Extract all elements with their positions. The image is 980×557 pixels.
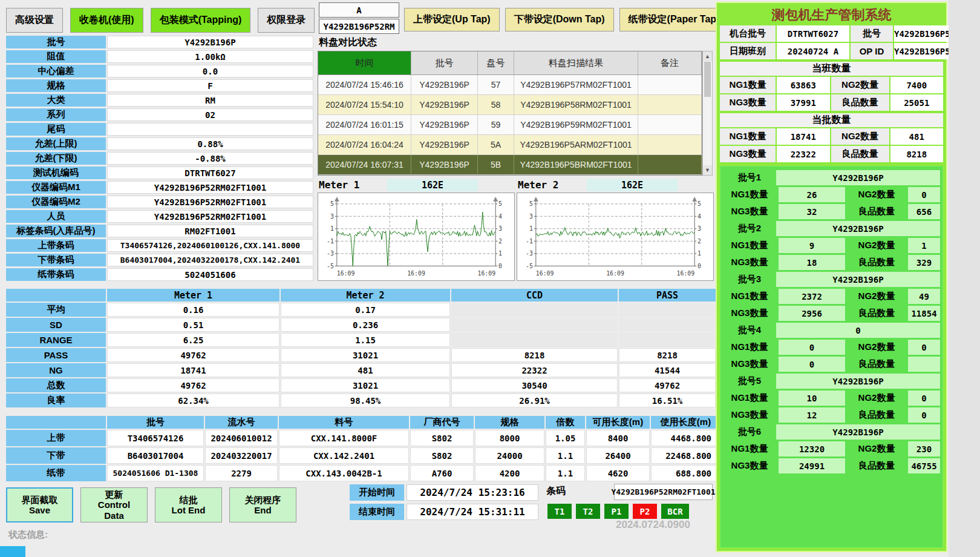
stats-empty-cell [619,303,716,317]
material-column-header: 流水号 [205,416,278,429]
info-row: 仪器编码M1Y4292B196P52RM02FT1001 [6,181,313,194]
lot-summary-block: 批号2Y4292B196PNG1数量9NG2数量1NG3数量18良品数量329 [723,221,940,270]
status-indicator-row: T1T2P1P2BCR [547,504,689,519]
lot-summary-block: 批号5Y4292B196PNG1数量10NG2数量0NG3数量12良品数量0 [723,374,940,423]
tray-column-header[interactable]: 备注 [638,51,702,75]
panel-title: 测包机生产管制系统 [720,6,943,24]
good-label: 良品数量 [848,306,906,321]
scroll-down-icon[interactable]: ▼ [703,165,712,175]
stats-value-cell: 31021 [281,378,450,392]
tray-column-header[interactable]: 时间 [318,51,411,75]
winder-in-use-button[interactable]: 收卷机(使用) [70,8,143,33]
info-row: 下带条码B6403017004,2024032200178,CXX.142.24… [6,254,313,266]
info-row: 人员Y4292B196P52RM02FT1001 [6,210,313,223]
info-row-label: 标签条码(入库品号) [6,225,106,237]
scrollbar-thumb[interactable] [704,62,711,97]
material-column-header: 料号 [279,416,409,429]
good-label: 良品数量 [848,458,906,473]
svg-text:3: 3 [498,225,502,232]
tray-cell [638,75,702,95]
material-row-label: 纸带 [6,465,106,481]
info-row-value: RM [107,94,313,107]
scroll-up-icon[interactable]: ▲ [703,51,712,61]
info-row-label: 规格 [6,79,106,92]
stats-value-cell: 22322 [451,363,618,377]
stats-value-cell: 0.51 [107,318,279,332]
ng3-label: NG3数量 [723,458,776,473]
table-row[interactable]: 2024/07/24 15:54:10Y4292B196P58Y4292B196… [318,95,702,115]
material-value-cell: 5024051606 D1-1308 [107,465,204,481]
tray-table-scrollbar[interactable]: ▲ ▼ [702,51,713,176]
quantity-label: NG3数量 [720,94,776,111]
tray-cell: 5B [478,155,514,175]
ng1-value: 12320 [779,441,845,456]
svg-text:16:09: 16:09 [606,270,624,277]
info-row-label: 上带条码 [6,239,106,252]
material-value-cell: 688.800 [651,465,720,481]
info-row-label: 测试机编码 [6,166,106,179]
ng2-label: NG2数量 [848,340,906,355]
info-row-value: 0.88% [107,137,313,150]
info-row: 允差(下限)-0.88% [6,152,313,165]
panel-info-label: 批号 [851,25,893,42]
tray-cell: 58 [478,95,514,115]
product-info-panel: 批号Y4292B196P阻值1.00kΩ中心偏差0.0规格F大类RM系列02尾码… [6,36,313,283]
material-column-header: 可用长度(m) [586,416,650,429]
screen-capture-save-button[interactable]: 界面截取Save [6,487,73,522]
ng3-label: NG3数量 [723,204,776,219]
packing-mode-button[interactable]: 包装模式(Tapping) [151,8,251,33]
batch-quantity-header: 当批数量 [720,113,943,127]
table-row[interactable]: 2024/07/24 16:04:24Y4292B196P5AY4292B196… [318,135,702,155]
table-row[interactable]: 2024/07/24 16:07:31Y4292B196P5BY4292B196… [318,155,702,175]
down-tape-setting-button[interactable]: 下带设定(Down Tap) [505,8,614,31]
lot-end-button[interactable]: 结批Lot End [155,487,222,522]
tray-column-header[interactable]: 批号 [411,51,478,75]
table-row[interactable]: 2024/07/24 16:01:15Y4292B196P59Y4292B196… [318,115,702,135]
info-row: 阻值1.00kΩ [6,50,313,63]
meter2-chart: 553413-12-31-5016:0916:0916:09 [517,193,714,281]
lot-title-row: 批号40 [723,323,940,338]
ng1-label: NG1数量 [723,391,776,406]
info-row-value: 0.0 [107,65,313,77]
info-row-label: 批号 [6,36,106,48]
paper-tape-setting-button[interactable]: 纸带设定(Paper Tap) [619,8,729,31]
info-row-value [107,123,313,136]
advanced-settings-button[interactable]: 高级设置 [6,8,63,33]
info-row-value: 02 [107,108,313,121]
svg-text:-3: -3 [327,250,334,257]
status-info-label: 状态信息: [8,529,48,541]
ng3-label: NG3数量 [723,255,776,270]
svg-text:-3: -3 [526,250,533,257]
quantity-value: 7400 [890,77,944,93]
lot-label: 批号2 [723,221,776,236]
svg-text:0: 0 [498,263,502,269]
info-row-label: 仪器编码M2 [6,196,106,208]
tray-cell: Y4292B196P [411,135,478,155]
close-program-button[interactable]: 关闭程序End [229,487,296,522]
tray-column-header[interactable]: 盘号 [478,51,514,75]
material-column-header: 规格 [475,416,544,429]
tray-column-header[interactable]: 料盘扫描结果 [514,51,638,75]
tray-cell: 59 [478,115,514,135]
lot-label: 批号4 [723,323,776,338]
stats-column-header: Meter 2 [281,289,450,302]
quantity-value: 481 [890,128,944,145]
up-tape-setting-button[interactable]: 上带设定(Up Tap) [404,8,500,31]
stats-value-cell: 8218 [451,348,618,362]
tray-cell: Y4292B196P58RM02FT1001 [514,95,638,115]
action-button-row: 界面截取Save更新ControlData结批Lot End关闭程序End [6,487,296,522]
table-row[interactable]: 2024/07/24 15:46:16Y4292B196P57Y4292B196… [318,75,702,95]
svg-text:16:09: 16:09 [407,270,425,277]
ng2-value: 0 [908,187,940,202]
lot-number-value: Y4292B196P [776,424,940,440]
ng2-label: NG2数量 [848,391,906,406]
update-control-data-button[interactable]: 更新ControlData [80,487,148,522]
quantity-value: 37991 [777,94,830,111]
ng2-value: 0 [908,391,940,406]
lot-ng-row: NG1数量12320NG2数量230 [723,441,940,456]
ng3-value: 18 [779,255,845,270]
lot-ng-row: NG3数量0良品数量 [723,357,940,372]
ng1-value: 2372 [779,289,845,304]
ng2-value: 0 [908,340,940,355]
permission-login-button[interactable]: 权限登录 [258,8,315,33]
